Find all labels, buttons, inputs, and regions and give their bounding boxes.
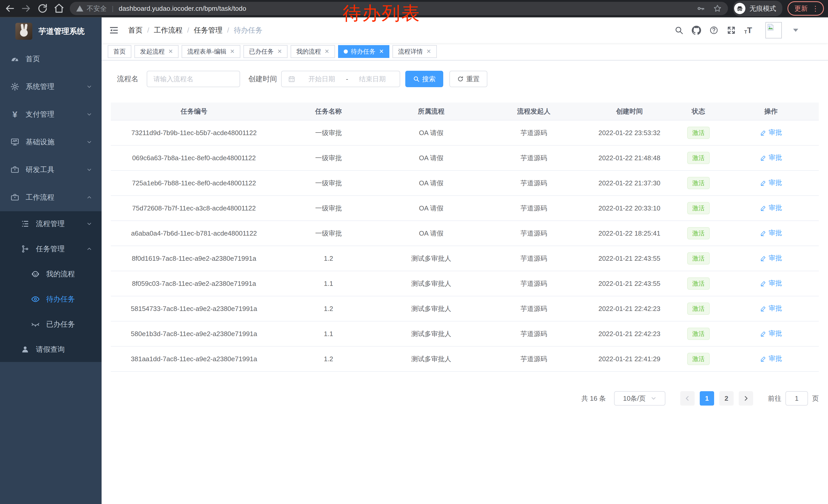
approve-link[interactable]: 审批: [760, 279, 782, 288]
sidebar-item-my-process[interactable]: 我的流程: [0, 262, 101, 287]
browser-menu-dots-icon[interactable]: ⋮: [812, 4, 819, 13]
robot-icon: [31, 269, 40, 279]
column-header: 任务名称: [277, 102, 380, 120]
search-icon[interactable]: [674, 26, 684, 35]
table-row: 580e1b3d-7ac8-11ec-a9e2-a2380e71991a1.1测…: [111, 321, 819, 346]
breadcrumb-item[interactable]: 任务管理: [194, 26, 223, 35]
address-bar[interactable]: 不安全 | dashboard.yudao.iocoder.cn/bpm/tas…: [70, 2, 728, 15]
table-cell: 2022-01-21 22:43:55: [585, 271, 673, 296]
table-cell: 一级审批: [277, 120, 380, 145]
approve-link[interactable]: 审批: [760, 354, 782, 363]
approve-link[interactable]: 审批: [760, 304, 782, 313]
prev-page-button[interactable]: [680, 391, 695, 406]
tab-已办任务[interactable]: 已办任务✕: [243, 45, 288, 58]
start-date-input[interactable]: [299, 75, 345, 84]
table-header-row: 任务编号任务名称所属流程流程发起人创建时间状态操作: [111, 102, 819, 120]
page-size-select[interactable]: 10条/页: [614, 391, 665, 406]
column-header: 任务编号: [111, 102, 277, 120]
sidebar-item-leave-query[interactable]: 请假查询: [0, 337, 101, 362]
tab-close-icon[interactable]: ✕: [426, 49, 431, 54]
approve-link[interactable]: 审批: [760, 128, 782, 137]
next-page-button[interactable]: [739, 391, 753, 406]
sidebar-item-todo-tasks[interactable]: 待办任务: [0, 287, 101, 312]
end-date-input[interactable]: [349, 75, 396, 84]
sidebar-item-devtools[interactable]: 研发工具: [0, 156, 101, 184]
table-cell: 芋道源码: [483, 120, 585, 145]
tab-close-icon[interactable]: ✕: [230, 49, 235, 54]
top-navbar: 首页/工作流程/任务管理/待办任务 TT: [101, 17, 828, 43]
tab-close-icon[interactable]: ✕: [277, 49, 282, 54]
approve-link[interactable]: 审批: [760, 178, 782, 187]
browser-back-icon[interactable]: [4, 3, 15, 14]
reset-button[interactable]: 重置: [449, 71, 487, 87]
tab-close-icon[interactable]: ✕: [379, 49, 384, 54]
tab-我的流程[interactable]: 我的流程✕: [291, 45, 335, 58]
table-cell: 芋道源码: [483, 145, 585, 171]
sidebar-item-done-tasks[interactable]: 已办任务: [0, 312, 101, 337]
table-cell: 2022-01-22 21:37:30: [585, 171, 673, 196]
password-key-icon[interactable]: [697, 4, 705, 12]
table-cell: 725a1eb6-7b88-11ec-8ef0-acde48001122: [111, 171, 277, 196]
sidebar-logo[interactable]: 芋道管理系统: [0, 17, 101, 45]
sidebar-item-task-mgmt[interactable]: 任务管理: [0, 236, 101, 262]
help-icon[interactable]: [709, 26, 718, 35]
edit-icon: [760, 330, 767, 337]
tab-待办任务[interactable]: 待办任务✕: [338, 45, 389, 58]
sidebar-item-label: 研发工具: [26, 165, 54, 175]
date-range-picker[interactable]: -: [281, 71, 400, 87]
search-button-icon: [413, 76, 420, 82]
breadcrumb-item[interactable]: 工作流程: [154, 26, 182, 35]
sidebar-collapse-icon[interactable]: [109, 25, 119, 35]
browser-home-icon[interactable]: [53, 3, 65, 14]
tab-流程详情[interactable]: 流程详情✕: [392, 45, 437, 58]
tab-首页[interactable]: 首页: [108, 45, 131, 58]
action-cell: 审批: [723, 246, 819, 271]
table-cell: 2022-01-21 22:43:55: [585, 246, 673, 271]
workflow-submenu: 流程管理任务管理我的流程待办任务已办任务请假查询: [0, 211, 101, 362]
sidebar-item-home[interactable]: 首页: [0, 45, 101, 73]
briefcase-icon: [10, 193, 19, 202]
avatar[interactable]: [765, 22, 782, 39]
sidebar-item-system[interactable]: 系统管理: [0, 73, 101, 100]
tab-close-icon[interactable]: ✕: [168, 49, 173, 54]
page-number-button[interactable]: 2: [719, 391, 734, 406]
sidebar-item-infrastructure[interactable]: 基础设施: [0, 128, 101, 156]
table-cell: 580e1b3d-7ac8-11ec-a9e2-a2380e71991a: [111, 321, 277, 346]
action-cell: 审批: [723, 296, 819, 321]
font-size-icon[interactable]: TT: [744, 26, 752, 34]
approve-link[interactable]: 审批: [760, 254, 782, 263]
sidebar-item-process-mgmt[interactable]: 流程管理: [0, 211, 101, 236]
browser-forward-icon[interactable]: [20, 3, 32, 14]
sidebar-item-label: 系统管理: [26, 82, 54, 92]
tab-label: 流程详情: [398, 47, 423, 56]
status-cell: 激活: [673, 296, 723, 321]
sidebar-item-label: 待办任务: [46, 294, 75, 304]
page-number-button[interactable]: 1: [700, 391, 714, 406]
monitor-icon: [10, 137, 19, 147]
approve-link[interactable]: 审批: [760, 329, 782, 338]
sidebar-item-payment[interactable]: ¥支付管理: [0, 100, 101, 128]
approve-link[interactable]: 审批: [760, 153, 782, 162]
browser-update-button[interactable]: 更新 ⋮: [787, 1, 824, 16]
avatar-caret-down-icon[interactable]: [793, 29, 798, 32]
fullscreen-icon[interactable]: [727, 26, 736, 35]
process-name-input[interactable]: [147, 71, 240, 87]
tab-发起流程[interactable]: 发起流程✕: [134, 45, 178, 58]
approve-link[interactable]: 审批: [760, 203, 782, 212]
tab-流程表单-编辑[interactable]: 流程表单-编辑✕: [181, 45, 240, 58]
page-jump-input[interactable]: [785, 391, 808, 406]
table-cell: 一级审批: [277, 145, 380, 171]
edit-icon: [760, 204, 767, 211]
sidebar-item-workflow[interactable]: 工作流程: [0, 184, 101, 211]
tab-close-icon[interactable]: ✕: [325, 49, 329, 54]
bookmark-star-icon[interactable]: [713, 4, 722, 13]
approve-link[interactable]: 审批: [760, 228, 782, 237]
table-cell: 1.1: [277, 271, 380, 296]
table-cell: 一级审批: [277, 196, 380, 221]
browser-reload-icon[interactable]: [37, 3, 48, 14]
tab-label: 首页: [113, 47, 126, 56]
search-button[interactable]: 搜索: [405, 71, 443, 87]
approve-link-label: 审批: [769, 203, 782, 212]
breadcrumb-item[interactable]: 首页: [128, 26, 142, 35]
github-icon[interactable]: [692, 26, 701, 35]
